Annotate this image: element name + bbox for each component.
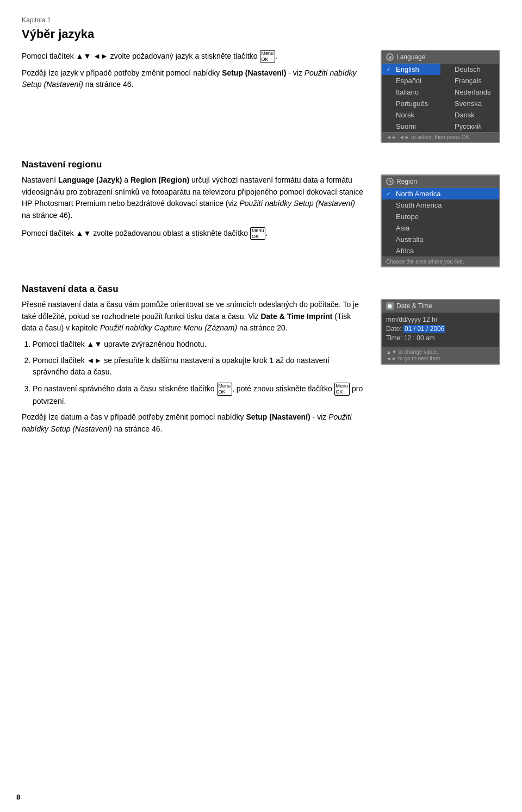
datetime-lcd-footer: ▲▼ to change value. ◄► to go to next ite… [382, 347, 499, 364]
datetime-heading: Nastavení data a času [22, 284, 500, 295]
region-lcd-footer: Choose the area where you live. [382, 257, 499, 266]
lang-nederlands: Nederlands [455, 88, 491, 96]
datetime-time-val: 12 : 00 am [404, 334, 435, 342]
region-item-europe: Europe [382, 211, 499, 222]
page-heading: Výběr jazyka [22, 27, 500, 41]
globe-icon: ⊕ [386, 53, 394, 61]
language-lcd: ⊕ Language ✓ English Español Italiano [381, 50, 500, 143]
region-p1-start: Nastavení [22, 176, 58, 184]
lang-russian: Русский [455, 122, 481, 130]
language-item-dansk: Dansk [440, 109, 499, 121]
check-icon-2: ✓ [386, 190, 393, 197]
clock-icon: 🕐 [386, 302, 394, 310]
language-item-russian: Русский [440, 121, 499, 132]
region-p1-bold1: Language (Jazyk) [58, 176, 122, 184]
datetime-footer-text1: to change value. [399, 349, 438, 355]
datetime-p-last-mid: - viz [310, 413, 328, 421]
intro-p1-text: Pomocí tlačítek ▲▼ ◄► zvolte požadovaný … [22, 52, 258, 60]
page-number: 8 [16, 793, 20, 801]
region-item-south-america: South America [382, 199, 499, 211]
region-item-africa: Africa [382, 245, 499, 257]
menu-ok-inline-4: MenuOK [334, 383, 350, 396]
language-item-norsk: Norsk [382, 109, 440, 121]
datetime-time-row: Time: 12 : 00 am [386, 334, 495, 342]
datetime-step-3-mid: , poté znovu stiskněte tlačítko [232, 384, 334, 393]
datetime-footer-line1: ▲▼ to change value. [386, 349, 495, 355]
language-lcd-columns: ✓ English Español Italiano Português [382, 64, 499, 132]
datetime-footer-text2: to go to next item. [399, 355, 442, 361]
language-item-nederlands: Nederlands [440, 86, 499, 98]
lang-espanol: Español [396, 77, 421, 85]
region-australia: Australia [396, 235, 424, 243]
datetime-lcd-content: mm/dd/yyyy 12 hr Date: 01 / 01 / 2006 Ti… [382, 313, 499, 347]
region-p2-start: Pomocí tlačítek ▲▼ zvolte požadovanou ob… [22, 228, 248, 237]
chapter-label: Kapitola 1 [22, 16, 500, 24]
lang-deutsch: Deutsch [455, 65, 481, 73]
datetime-format-row: mm/dd/yyyy 12 hr [386, 316, 495, 323]
datetime-p-last-start: Později lze datum a čas v případě potřeb… [22, 413, 246, 421]
datetime-p1-end: na stránce 20. [237, 323, 288, 332]
datetime-time-label: Time: [386, 334, 402, 342]
up-down-icon: ▲▼ [386, 349, 397, 355]
datetime-step-2: Pomocí tlačítek ◄► se přesuňte k dalšímu… [33, 355, 364, 378]
intro-p2-start: Později lze jazyk v případě potřeby změn… [22, 68, 222, 77]
region-asia: Asia [396, 224, 409, 232]
intro-p1-end: . [275, 52, 277, 60]
datetime-step-3-start: Po nastavení správného data a času stisk… [33, 384, 217, 393]
datetime-step-1-text: Pomocí tlačítek ▲▼ upravte zvýrazněnou h… [33, 340, 207, 348]
datetime-section: Nastavení data a času Přesné nastavení d… [22, 284, 500, 440]
language-item-francais: Français [440, 75, 499, 86]
language-item-portugues: Português [382, 98, 440, 109]
region-item-north-america: ✓ North America [382, 188, 499, 199]
lr-icon: ◄► [386, 355, 397, 361]
region-lcd: ⊕ Region ✓ North America South America E… [381, 174, 500, 267]
region-item-australia: Australia [382, 234, 499, 245]
datetime-lcd: 🕐 Date & Time mm/dd/yyyy 12 hr Date: 01 … [381, 299, 500, 440]
lang-norsk: Norsk [396, 111, 414, 119]
lang-svenska: Svenska [455, 99, 482, 108]
datetime-p-last-bold: Setup (Nastavení) [246, 413, 310, 421]
datetime-p1-bold: Date & Time Imprint [260, 312, 332, 321]
globe-icon-2: ⊕ [386, 178, 394, 185]
region-p1-end: na stránce 46). [22, 211, 72, 220]
language-lcd-title-text: Language [396, 53, 425, 61]
region-south-america: South America [396, 201, 442, 209]
region-p1-bold2: Region (Region) [130, 176, 189, 184]
region-lcd-title-text: Region [396, 178, 417, 185]
menu-ok-inline-3: MenuOK [217, 383, 233, 396]
datetime-lcd-box: 🕐 Date & Time mm/dd/yyyy 12 hr Date: 01 … [381, 299, 500, 365]
language-item-deutsch: Deutsch [440, 64, 499, 75]
arrow-lr-icon: ◄► [386, 134, 397, 140]
region-lcd-footer-text: Choose the area where you live. [386, 259, 464, 265]
datetime-p1-italic: Použití nabídky Capture Menu (Záznam) [100, 323, 237, 332]
menu-ok-inline-1: MenuOK [260, 50, 276, 63]
lang-francais: Français [455, 77, 482, 85]
lang-portugues: Português [396, 99, 428, 108]
language-item-italiano: Italiano [382, 86, 440, 98]
intro-p2-bold: Setup (Nastavení) [222, 68, 286, 77]
region-section: Nastavení regionu Nastavení Language (Ja… [22, 159, 500, 267]
region-europe: Europe [396, 213, 419, 221]
region-text: Nastavení Language (Jazyk) a Region (Reg… [22, 174, 364, 267]
region-africa: Africa [396, 247, 414, 255]
datetime-step-3: Po nastavení správného data a času stisk… [33, 383, 364, 407]
lang-dansk: Dansk [455, 111, 475, 119]
language-item-english: ✓ English [382, 64, 440, 75]
region-body: Nastavení Language (Jazyk) a Region (Reg… [22, 174, 500, 267]
datetime-p-last-end: na stránce 46. [112, 424, 163, 433]
datetime-lcd-title: 🕐 Date & Time [382, 300, 499, 313]
region-lcd-title: ⊕ Region [382, 176, 499, 188]
lang-english: English [396, 65, 419, 73]
menu-ok-inline-2: MenuOK [250, 227, 266, 240]
region-heading: Nastavení regionu [22, 159, 500, 170]
intro-p2-end: na stránce 46. [83, 80, 134, 89]
language-col-right: Deutsch Français Nederlands Svenska Dans… [440, 64, 499, 132]
datetime-steps: Pomocí tlačítek ▲▼ upravte zvýrazněnou h… [33, 339, 364, 407]
datetime-footer-line2: ◄► to go to next item. [386, 355, 495, 361]
datetime-date-val: 01 / 01 / 2006 [403, 325, 445, 333]
datetime-text: Přesné nastavení data a času vám pomůže … [22, 299, 364, 440]
datetime-step-2-text: Pomocí tlačítek ◄► se přesuňte k dalšímu… [33, 356, 330, 377]
datetime-date-label: Date: [386, 325, 402, 333]
datetime-body: Přesné nastavení data a času vám pomůže … [22, 299, 500, 440]
language-lcd-footer-text: ◄► to select, then press OK. [399, 134, 471, 140]
